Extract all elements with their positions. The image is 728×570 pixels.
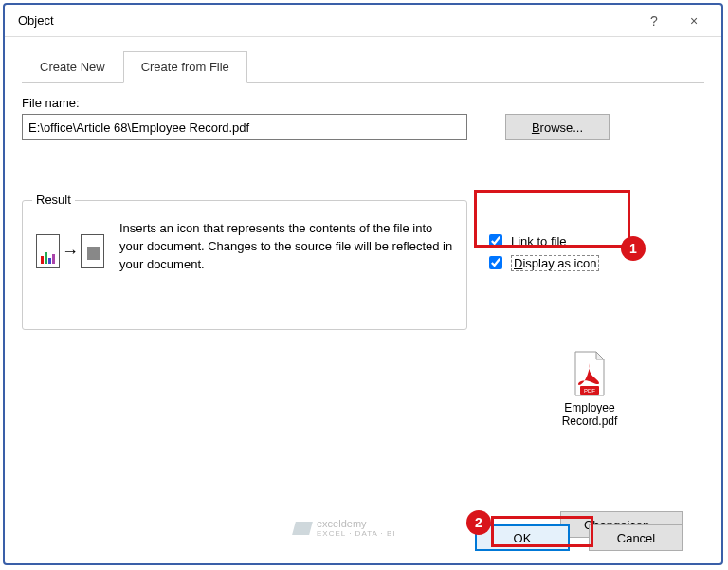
file-name-group: File name: xyxy=(22,96,704,110)
object-dialog: Object ? × Create New Create from File F… xyxy=(3,3,723,565)
icon-caption-line1: Employee xyxy=(555,401,625,414)
display-as-icon-input[interactable] xyxy=(489,256,502,269)
tab-strip: Create New Create from File xyxy=(22,50,704,83)
file-name-label: File name: xyxy=(22,96,704,110)
ok-button[interactable]: OK xyxy=(475,524,570,551)
result-icon: → xyxy=(36,231,104,271)
target-doc-icon xyxy=(81,234,104,268)
tab-create-from-file[interactable]: Create from File xyxy=(123,51,247,83)
pdf-file-icon: PDF xyxy=(570,350,610,397)
result-legend: Result xyxy=(32,193,75,207)
cancel-button[interactable]: Cancel xyxy=(589,524,683,551)
result-group: Result → Inserts an icon that represents… xyxy=(22,200,467,330)
arrow-icon: → xyxy=(62,242,79,262)
link-rest: ink to file xyxy=(518,234,566,248)
tab-create-new[interactable]: Create New xyxy=(22,51,123,83)
link-to-file-input[interactable] xyxy=(489,234,502,248)
source-doc-icon xyxy=(36,234,60,268)
browse-rest: rowse... xyxy=(540,120,584,135)
dialog-title: Object xyxy=(12,13,634,28)
browse-button[interactable]: Browse... xyxy=(505,114,610,140)
dialog-footer: OK Cancel xyxy=(5,512,721,563)
svg-text:PDF: PDF xyxy=(584,388,595,394)
browse-accel: B xyxy=(532,120,540,135)
icon-caption-line2: Record.pdf xyxy=(555,414,625,428)
result-description: Inserts an icon that represents the cont… xyxy=(119,220,453,274)
help-button[interactable]: ? xyxy=(634,8,674,34)
dialog-body: Create New Create from File File name: B… xyxy=(5,37,721,512)
display-rest: isplay as icon xyxy=(522,256,596,270)
options-group: Link to file Display as icon xyxy=(483,229,628,275)
icon-preview: PDF Employee Record.pdf xyxy=(555,350,625,428)
display-as-icon-checkbox[interactable]: Display as icon xyxy=(485,253,627,272)
file-name-input[interactable] xyxy=(22,114,467,140)
close-button[interactable]: × xyxy=(674,8,714,34)
link-to-file-checkbox[interactable]: Link to file xyxy=(485,231,627,250)
display-accel: D xyxy=(514,256,522,270)
titlebar: Object ? × xyxy=(5,5,721,37)
